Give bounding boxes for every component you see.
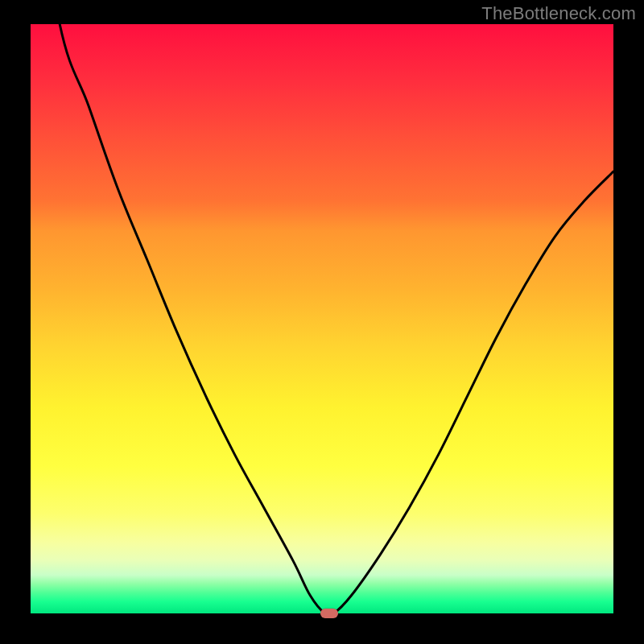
plot-area bbox=[31, 24, 613, 613]
chart-frame: TheBottleneck.com bbox=[0, 0, 644, 644]
optimum-marker bbox=[320, 609, 338, 618]
bottleneck-curve bbox=[31, 0, 613, 616]
watermark-label: TheBottleneck.com bbox=[481, 3, 636, 24]
curve-layer bbox=[31, 24, 613, 613]
